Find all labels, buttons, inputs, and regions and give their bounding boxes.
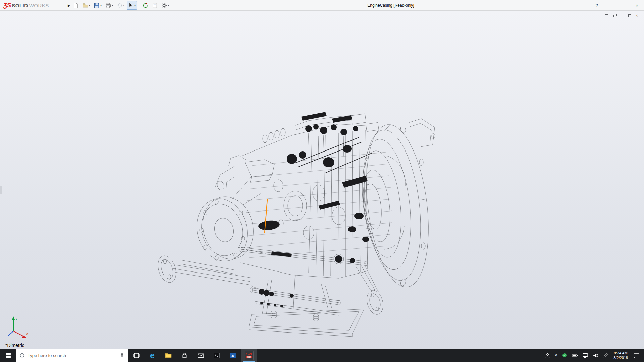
chevron-up-icon: ^ <box>555 353 558 358</box>
security-shield-icon <box>562 353 567 358</box>
rebuild-icon <box>143 3 148 8</box>
command-prompt-icon <box>214 353 220 358</box>
document-title: EngineCasing [Read-only] <box>367 0 414 11</box>
select-button[interactable]: ▾ <box>127 1 137 10</box>
graphics-viewport[interactable]: y x *Dimetric <box>0 11 644 349</box>
brand-solid: SOLID <box>12 3 28 8</box>
system-tray: ^ <box>542 349 644 362</box>
solidworks-year-badge: 2017 <box>246 356 252 358</box>
print-icon <box>105 3 111 8</box>
mail-button[interactable] <box>193 349 209 362</box>
doc-close-button[interactable]: × <box>636 13 638 18</box>
store-button[interactable] <box>176 349 193 362</box>
clock-date: 8/2/2018 <box>613 355 628 360</box>
doc-restore-button[interactable] <box>628 14 631 17</box>
open-folder-icon <box>83 3 88 8</box>
undo-button[interactable]: ▾ <box>115 1 126 10</box>
security-status-button[interactable] <box>560 349 569 362</box>
close-button[interactable]: × <box>633 3 641 8</box>
y-axis-label: y <box>16 317 17 320</box>
new-document-button[interactable] <box>72 1 80 10</box>
z-axis-icon <box>8 331 13 336</box>
action-center-button[interactable] <box>631 349 642 362</box>
command-prompt-button[interactable] <box>209 349 225 362</box>
solidworks-logo: ƷS SOLIDWORKS <box>3 0 49 11</box>
solidworks-app-button[interactable]: SW 2017 <box>241 349 257 362</box>
battery-button[interactable] <box>569 349 580 362</box>
cascade-windows-icon <box>613 14 617 18</box>
gear-icon <box>161 3 167 8</box>
document-window-controls: – × <box>605 13 638 18</box>
quick-access-toolbar: ▾ ▾ ▾ ▾ ▾ ▾ <box>72 0 170 11</box>
open-dropdown-icon[interactable]: ▾ <box>89 4 90 7</box>
windows-taskbar: e SW 2017 <box>0 349 644 362</box>
task-view-button[interactable] <box>128 349 144 362</box>
options-button[interactable]: ▾ <box>160 1 170 10</box>
save-floppy-icon <box>94 3 100 8</box>
microphone-icon[interactable] <box>119 353 125 358</box>
clock-time: 8:34 AM <box>614 351 627 355</box>
display-button[interactable] <box>580 349 590 362</box>
minimize-button[interactable]: – <box>606 3 614 8</box>
options-dropdown-icon[interactable]: ▾ <box>168 4 169 7</box>
new-window-button[interactable] <box>605 14 609 18</box>
save-dropdown-icon[interactable]: ▾ <box>100 4 102 7</box>
file-explorer-icon <box>165 353 172 358</box>
pen-icon <box>603 353 608 358</box>
solidworks-app-icon: SW 2017 <box>245 351 254 360</box>
select-cursor-icon <box>128 3 133 8</box>
people-button[interactable] <box>542 349 553 362</box>
orientation-triad: y x <box>5 315 32 342</box>
select-dropdown-icon[interactable]: ▾ <box>134 4 136 7</box>
panel-collapse-handle[interactable] <box>0 186 2 194</box>
notification-bubble-icon <box>633 353 640 358</box>
file-properties-button[interactable] <box>151 1 159 10</box>
taskbar-clock[interactable]: 8:34 AM 8/2/2018 <box>610 349 631 362</box>
window-icon <box>605 14 609 18</box>
window-controls: ? – × <box>592 0 641 11</box>
blue-app-button[interactable] <box>225 349 241 362</box>
undo-icon <box>117 3 122 8</box>
print-dropdown-icon[interactable]: ▾ <box>112 4 113 7</box>
file-explorer-button[interactable] <box>160 349 176 362</box>
start-button[interactable] <box>0 349 16 362</box>
restore-icon <box>628 14 631 17</box>
engine-casing-wireframe <box>151 105 436 340</box>
help-button[interactable]: ? <box>592 3 601 8</box>
solidworks-sw-letters: SW <box>246 352 252 356</box>
blue-app-icon <box>230 352 236 359</box>
edge-icon: e <box>150 351 155 360</box>
tray-overflow-button[interactable]: ^ <box>553 349 560 362</box>
monitor-icon <box>583 353 588 358</box>
pen-settings-button[interactable] <box>601 349 610 362</box>
search-input[interactable] <box>28 353 117 358</box>
menu-flyout-arrow-icon[interactable]: ▶ <box>66 0 72 11</box>
doc-minimize-button[interactable]: – <box>622 13 624 18</box>
store-bag-icon <box>182 353 187 358</box>
speaker-icon <box>593 353 598 358</box>
cascade-windows-button[interactable] <box>613 14 617 18</box>
undo-dropdown-icon[interactable]: ▾ <box>123 4 124 7</box>
print-button[interactable]: ▾ <box>104 1 114 10</box>
maximize-button[interactable] <box>619 3 628 8</box>
view-orientation-label: *Dimetric <box>5 343 24 348</box>
edge-browser-button[interactable]: e <box>144 349 160 362</box>
cortana-icon <box>19 353 25 358</box>
taskbar-search-box[interactable] <box>16 349 128 362</box>
battery-icon <box>572 354 578 357</box>
maximize-icon <box>622 4 625 7</box>
rebuild-button[interactable] <box>141 1 150 10</box>
new-document-icon <box>73 3 79 8</box>
volume-button[interactable] <box>590 349 601 362</box>
titlebar: ƷS SOLIDWORKS ▶ ▾ ▾ ▾ ▾ ▾ <box>0 0 644 11</box>
windows-logo-icon <box>5 353 11 358</box>
open-document-button[interactable]: ▾ <box>81 1 92 10</box>
show-desktop-button[interactable] <box>642 349 644 362</box>
task-view-icon <box>133 353 140 358</box>
y-axis-arrow-icon <box>12 316 15 320</box>
file-properties-icon <box>152 3 158 8</box>
people-icon <box>545 353 550 358</box>
dassault-logo-icon: ƷS <box>3 2 11 9</box>
mail-envelope-icon <box>198 353 204 358</box>
save-button[interactable]: ▾ <box>93 1 103 10</box>
